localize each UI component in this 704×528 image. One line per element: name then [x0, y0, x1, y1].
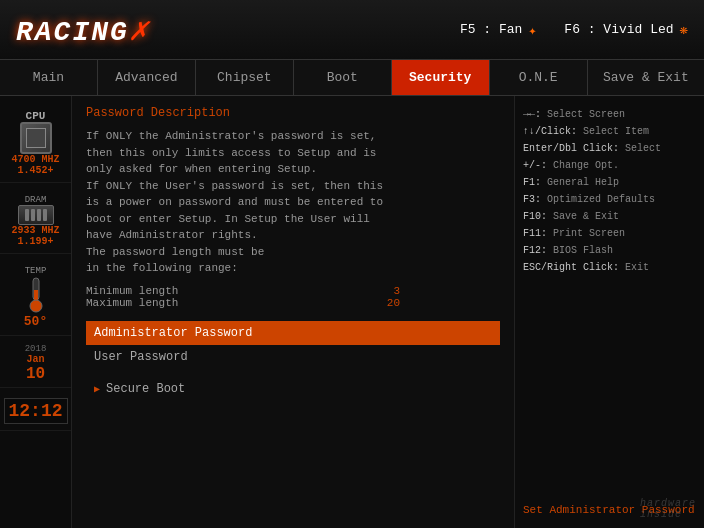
temp-section: TEMP 50°: [0, 258, 71, 336]
date-section: 2018 Jan 10: [0, 340, 71, 388]
admin-password-item[interactable]: Administrator Password: [86, 321, 500, 345]
nav-bar: Main Advanced Chipset Boot Security O.N.…: [0, 60, 704, 96]
help-line-8: F11: Print Screen: [523, 225, 696, 242]
max-length-row: Maximum length 20: [86, 297, 500, 309]
tab-one[interactable]: O.N.E: [490, 60, 588, 95]
dram-slot-3: [37, 209, 41, 221]
f5-fan-button[interactable]: F5 : Fan: [460, 22, 544, 38]
tab-advanced[interactable]: Advanced: [98, 60, 196, 95]
help-line-3: Enter/Dbl Click: Select: [523, 140, 696, 157]
tab-chipset[interactable]: Chipset: [196, 60, 294, 95]
led-icon: [680, 21, 688, 38]
user-password-item[interactable]: User Password: [86, 345, 500, 369]
help-line-7: F10: Save & Exit: [523, 208, 696, 225]
dram-slot-4: [43, 209, 47, 221]
max-length-label: Maximum length: [86, 297, 178, 309]
time-section: 12:12: [0, 392, 71, 431]
dram-slot-2: [31, 209, 35, 221]
dram-freq: 2933 MHZ: [11, 225, 59, 236]
f6-led-button[interactable]: F6 : Vivid Led: [564, 21, 688, 38]
logo-text: RACING✗: [16, 10, 150, 50]
help-line-4: +/-: Change Opt.: [523, 157, 696, 174]
help-line-1: →←: Select Screen: [523, 106, 696, 123]
watermark: hardwareinside: [640, 498, 696, 520]
help-line-6: F3: Optimized Defaults: [523, 191, 696, 208]
cpu-section: CPU 4700 MHZ 1.452+: [0, 104, 71, 183]
dram-slots: [25, 209, 47, 221]
arrow-right-icon: ▶: [94, 383, 100, 395]
content-area: Password Description If ONLY the Adminis…: [72, 96, 514, 528]
secure-boot-item[interactable]: ▶ Secure Boot: [86, 377, 500, 401]
temp-value: 50°: [24, 314, 47, 329]
header: RACING✗ F5 : Fan F6 : Vivid Led: [0, 0, 704, 60]
help-line-5: F1: General Help: [523, 174, 696, 191]
date-day: 10: [26, 365, 45, 383]
temp-label: TEMP: [25, 266, 47, 276]
cpu-label: CPU: [26, 110, 46, 122]
tab-security[interactable]: Security: [392, 60, 490, 95]
date-month: Jan: [26, 354, 44, 365]
cpu-freq: 4700 MHZ: [11, 154, 59, 165]
help-keys: →←: Select Screen ↑↓/Click: Select Item …: [523, 106, 696, 276]
svg-point-2: [30, 300, 42, 312]
logo: RACING✗: [16, 10, 150, 50]
logo-icon: ✗: [129, 13, 150, 50]
dram-section: DRAM 2933 MHZ 1.199+: [0, 187, 71, 254]
tab-main[interactable]: Main: [0, 60, 98, 95]
description-text: If ONLY the Administrator's password is …: [86, 128, 500, 277]
menu-items: Administrator Password User Password ▶ S…: [86, 321, 500, 401]
dram-volt: 1.199+: [17, 236, 53, 247]
help-line-9: F12: BIOS Flash: [523, 242, 696, 259]
cpu-volt: 1.452+: [17, 165, 53, 176]
min-length-value: 3: [393, 285, 400, 297]
help-line-2: ↑↓/Click: Select Item: [523, 123, 696, 140]
dram-label: DRAM: [25, 195, 47, 205]
min-length-row: Minimum length 3: [86, 285, 500, 297]
dram-icon: [18, 205, 54, 225]
header-right: F5 : Fan F6 : Vivid Led: [460, 21, 688, 38]
help-line-10: ESC/Right Click: Exit: [523, 259, 696, 276]
fan-icon: [528, 22, 544, 38]
right-panel: →←: Select Screen ↑↓/Click: Select Item …: [514, 96, 704, 528]
main-layout: CPU 4700 MHZ 1.452+ DRAM 2933 MHZ 1.199+…: [0, 96, 704, 528]
max-length-value: 20: [387, 297, 400, 309]
min-length-label: Minimum length: [86, 285, 178, 297]
cpu-icon: [20, 122, 52, 154]
sidebar: CPU 4700 MHZ 1.452+ DRAM 2933 MHZ 1.199+…: [0, 96, 72, 528]
time-display: 12:12: [4, 398, 68, 424]
tab-save-exit[interactable]: Save & Exit: [588, 60, 704, 95]
section-title: Password Description: [86, 106, 500, 120]
dram-slot-1: [25, 209, 29, 221]
thermometer-icon: [24, 276, 48, 314]
date-year: 2018: [25, 344, 47, 354]
tab-boot[interactable]: Boot: [294, 60, 392, 95]
